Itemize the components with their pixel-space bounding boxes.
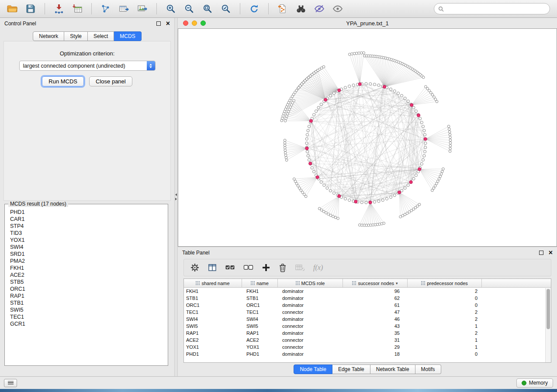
tab-motifs[interactable]: Motifs [415,364,441,374]
network-hub-node[interactable] [316,175,319,179]
network-node[interactable] [360,52,363,54]
network-node[interactable] [449,136,452,139]
network-canvas[interactable] [178,28,557,247]
network-node[interactable] [404,187,406,189]
close-panel-icon[interactable]: × [166,21,170,26]
table-row[interactable]: RAP1RAP1dominator352 [184,330,551,337]
network-node[interactable] [407,100,409,103]
network-node[interactable] [317,106,320,109]
network-hub-node[interactable] [409,181,412,184]
network-node[interactable] [436,182,438,185]
network-node[interactable] [441,170,443,173]
table-row[interactable]: STB1STB1dominator620 [184,295,551,302]
network-node[interactable] [397,92,399,95]
network-node[interactable] [381,199,384,201]
network-node[interactable] [431,189,434,192]
network-document-button[interactable] [275,2,291,16]
network-node[interactable] [318,207,321,210]
network-node[interactable] [311,166,313,169]
tab-mcds[interactable]: MCDS [114,31,141,41]
network-node[interactable] [305,142,308,144]
zoom-fit-button[interactable] [200,2,215,16]
table-row[interactable]: YOX1YOX1connector291 [184,344,551,351]
network-node[interactable] [407,184,409,186]
mcds-node-item[interactable]: TID3 [10,230,167,237]
network-node[interactable] [449,142,452,144]
column-header-mcds-role[interactable]: MCDS role [278,279,343,287]
network-node[interactable] [389,196,392,199]
network-node[interactable] [284,139,286,142]
table-row[interactable]: ACE2ACE2connector311 [184,337,551,344]
network-node[interactable] [284,154,287,157]
network-node[interactable] [284,120,287,122]
network-node[interactable] [377,84,380,86]
network-node[interactable] [448,128,450,131]
close-table-panel-icon[interactable]: × [549,251,553,255]
network-node[interactable] [337,217,339,220]
network-node[interactable] [442,168,445,170]
network-hub-node[interactable] [417,114,420,117]
table-row[interactable]: ORC1ORC1dominator610 [184,302,551,309]
tab-network-table[interactable]: Network Table [370,364,415,374]
network-node[interactable] [329,214,332,217]
network-node[interactable] [436,100,438,103]
network-node[interactable] [329,189,332,192]
network-node[interactable] [369,83,372,85]
network-hub-node[interactable] [383,85,386,88]
network-node[interactable] [373,83,376,86]
network-node[interactable] [332,92,335,95]
table-row[interactable]: PHD1PHD1dominator180 [184,351,551,358]
mcds-node-item[interactable]: SRD1 [10,251,167,258]
mcds-node-item[interactable]: RAP1 [10,292,167,299]
network-node[interactable] [422,158,424,161]
export-table-button[interactable] [116,2,132,16]
tab-select[interactable]: Select [88,31,114,41]
mcds-node-item[interactable]: TEC1 [10,313,167,320]
network-node[interactable] [305,138,308,140]
network-node[interactable] [334,216,337,219]
import-network-button[interactable] [51,2,67,16]
hide-elements-button[interactable] [311,2,327,16]
network-hub-node[interactable] [424,138,427,141]
splitter-handle-icon[interactable] [175,193,177,200]
tab-edge-table[interactable]: Edge Table [332,364,370,374]
network-node[interactable] [423,155,426,157]
network-node[interactable] [306,150,308,153]
network-node[interactable] [447,125,450,128]
network-node[interactable] [377,200,380,203]
network-node[interactable] [424,150,426,153]
network-node[interactable] [393,90,396,93]
network-node[interactable] [399,216,402,218]
network-hub-node[interactable] [309,120,312,123]
network-hub-node[interactable] [338,89,341,92]
table-scrollbar[interactable] [545,288,551,362]
network-node[interactable] [313,113,315,116]
network-node[interactable] [326,187,329,189]
deselect-all-button[interactable] [243,263,254,272]
network-node[interactable] [348,199,351,201]
network-node[interactable] [313,170,315,173]
tab-style[interactable]: Style [64,31,88,41]
search-network-button[interactable] [293,2,309,16]
network-hub-node[interactable] [354,200,357,203]
network-node[interactable] [348,53,351,56]
mcds-node-item[interactable]: SWI5 [10,306,167,313]
network-node[interactable] [320,181,322,183]
network-node[interactable] [415,110,417,112]
table-row[interactable]: TEC1TEC1connector472 [184,309,551,316]
network-node[interactable] [404,97,406,100]
network-hub-node[interactable] [369,201,372,204]
show-elements-button[interactable] [330,2,346,16]
network-node[interactable] [284,149,287,151]
tab-network[interactable]: Network [33,31,64,41]
network-node[interactable] [306,134,308,136]
mcds-node-item[interactable]: CAR1 [10,216,167,223]
network-node[interactable] [422,76,425,79]
delete-column-button[interactable] [278,263,287,272]
network-node[interactable] [308,158,310,161]
network-node[interactable] [420,121,423,124]
float-table-panel-icon[interactable] [539,251,543,255]
save-session-button[interactable] [23,2,38,16]
network-node[interactable] [424,146,427,149]
network-node[interactable] [352,84,355,86]
